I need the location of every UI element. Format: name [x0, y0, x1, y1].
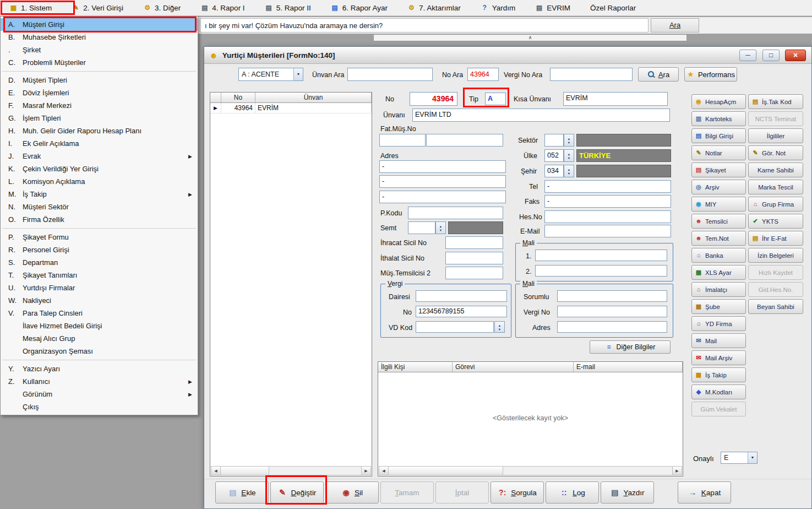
scroll-right-icon[interactable]: ▶ — [361, 467, 370, 475]
no-ara-input[interactable] — [467, 68, 499, 81]
dropdown-arrow-icon[interactable]: ▼ — [748, 452, 757, 463]
sektor-spinner[interactable]: ▴ ▾ — [564, 134, 574, 147]
search-ara-button[interactable]: Ara — [651, 18, 699, 33]
close-button[interactable]: × — [785, 50, 806, 61]
menubar-item-3-di-er[interactable]: ⚙3. Diğer — [137, 0, 187, 16]
unvan-column-header[interactable]: Ünvan — [255, 93, 372, 102]
scrollbar-thumb[interactable] — [389, 467, 503, 475]
collapse-strip[interactable]: ∧ — [373, 34, 687, 41]
ithalat-sicil-field[interactable] — [445, 252, 503, 264]
side-button-kartoteks[interactable]: ▥Kartoteks — [691, 111, 746, 126]
side-button-i-takip[interactable]: ▦İş Takip — [691, 367, 746, 382]
menu-item-mesaj-al-c-grup[interactable]: Mesaj Alıcı Grup — [1, 332, 198, 345]
dropdown-arrow-icon[interactable]: ▼ — [293, 68, 303, 80]
email-column-header[interactable]: E-mail — [574, 362, 683, 372]
menubar-item-6-rapor-ayar[interactable]: ▤6. Rapor Ayar — [325, 0, 394, 16]
side-button-i-malat[interactable]: ⌂İmalatçı — [691, 282, 746, 297]
menu-item-nakliyeci[interactable]: W.Nakliyeci — [1, 294, 198, 307]
menu-item-kullan-c[interactable]: Z.Kullanıcı▶ — [1, 375, 198, 388]
side-button-notlar[interactable]: ✎Notlar — [691, 145, 746, 160]
side-button-i-lgililer[interactable]: İlgililer — [748, 128, 803, 143]
scroll-left-icon[interactable]: ◀ — [211, 467, 221, 475]
menubar-item-4-rapor-i[interactable]: ▤4. Rapor I — [194, 0, 250, 16]
menu-item-i-lem-tipleri[interactable]: G.İşlem Tipleri — [1, 112, 198, 124]
side-button-tem-not[interactable]: ☻Tem.Not — [691, 231, 746, 246]
results-grid-row[interactable]: ▶ 43964 EVRİM — [210, 103, 372, 113]
adres-field-2[interactable]: - — [379, 175, 506, 188]
no-column-header[interactable]: No — [221, 93, 255, 102]
diger-bilgiler-button[interactable]: ≡ Diğer Bilgiler — [590, 340, 671, 354]
side-button-bilgi-giri-i[interactable]: ▤Bilgi Girişi — [691, 128, 746, 143]
adres-field-3[interactable]: - — [379, 191, 506, 203]
menubar-item-yard-m[interactable]: ?Yardım — [475, 0, 522, 16]
scroll-right-icon[interactable]: ▶ — [672, 467, 682, 475]
menu-item-g-r-n-m[interactable]: Görünüm▶ — [1, 388, 198, 400]
button-kapat[interactable]: →Kapat — [678, 481, 731, 503]
side-button-m-kodlar[interactable]: ◆M.Kodları — [691, 385, 746, 399]
menu-item-m-teri-sekt-r[interactable]: N.Müşteri Sektör — [1, 201, 198, 213]
vergi-dairesi-field[interactable] — [416, 290, 507, 302]
button-de-i-tir[interactable]: ✎Değiştir — [270, 481, 324, 503]
button-yazd-r[interactable]: ▤Yazdır — [601, 481, 654, 503]
minimize-button[interactable]: ─ — [739, 50, 756, 61]
marker-column-header[interactable] — [210, 93, 221, 102]
menu-item-muhasebe-irketleri[interactable]: B.Muhasebe Şirketleri — [1, 31, 198, 44]
menu-item-departman[interactable]: S.Departman — [1, 256, 198, 269]
menu-item-komisyon-a-klama[interactable]: L.Komisyon Açıklama — [1, 175, 198, 188]
kisa-unvani-field[interactable]: EVRİM — [563, 92, 668, 106]
menu-item-muh-gelir-gider-raporu-hesap-plan[interactable]: H.Muh. Gelir Gider Raporu Hesap Planı — [1, 124, 198, 137]
side-button-ikayet[interactable]: ▤Şikayet — [691, 163, 746, 177]
menu-item-personel-giri-i[interactable]: R.Personel Girişi — [1, 243, 198, 256]
button-sil[interactable]: ◉Sil — [325, 481, 379, 503]
mali-row1-field[interactable] — [535, 250, 667, 261]
contacts-grid-hscrollbar[interactable]: ◀ ▶ — [379, 466, 682, 475]
ulke-field[interactable]: 052 — [544, 149, 564, 162]
gorevi-column-header[interactable]: Görevi — [453, 362, 574, 372]
titlebar[interactable]: ☻ Yurtiçi Müşterileri [FormNo:140] ─ □ × — [204, 47, 811, 64]
side-button-miy[interactable]: ◉MIY — [691, 197, 746, 212]
scrollbar-track[interactable] — [503, 467, 672, 475]
menubar-item-zel-raporlar[interactable]: Özel Raporlar — [584, 0, 642, 16]
menubar-item-evrim[interactable]: ▤EVRIM — [529, 0, 576, 16]
side-button-banka[interactable]: ⌂Banka — [691, 248, 746, 263]
unvani-field[interactable]: EVRİM LTD — [412, 109, 670, 122]
menu-item-ikayet-tan-mlar[interactable]: T.Şikayet Tanımları — [1, 269, 198, 281]
side-button-ykts[interactable]: ✔YKTS — [748, 214, 803, 229]
solution-pool-search-input[interactable] — [200, 18, 648, 33]
button-ekle[interactable]: ▤Ekle — [215, 481, 269, 503]
vergi-no-field[interactable]: 123456789155 — [416, 306, 507, 317]
no-field[interactable]: 43964 — [410, 92, 457, 106]
vergi-no-ara-input[interactable] — [550, 68, 633, 81]
fat-mus-no-field1[interactable] — [379, 134, 426, 147]
mali-vergi-no-field[interactable] — [557, 306, 667, 317]
side-button-g-r-not[interactable]: ✎Gör. Not — [748, 145, 803, 160]
side-button-karne-sahibi[interactable]: Karne Sahibi — [748, 163, 803, 177]
button-sorgula[interactable]: ?:Sorgula — [491, 481, 544, 503]
semt-field[interactable] — [408, 221, 435, 234]
menubar-item-1-sistem[interactable]: ▦1. Sistem — [3, 0, 58, 16]
semt-spinner[interactable]: ▴ ▾ — [435, 221, 446, 234]
mali-adres-field[interactable] — [557, 321, 667, 333]
menu-item-i-lave-hizmet-bedeli-giri-i[interactable]: İlave Hizmet Bedeli Girişi — [1, 320, 198, 332]
menu-item-ekin-verildi-i-yer-giri-i[interactable]: K.Çekin Verildiği Yer Girişi — [1, 163, 198, 175]
menubar-item-7-aktar-mlar[interactable]: ⚙7. Aktarımlar — [401, 0, 467, 16]
side-button-i-tak-kod[interactable]: ▤İş.Tak Kod — [748, 94, 803, 109]
menu-item-i-takip[interactable]: M.İş Takip▶ — [1, 188, 198, 201]
menu-item-evrak[interactable]: J.Evrak▶ — [1, 150, 198, 163]
vd-kod-field[interactable] — [416, 321, 494, 333]
side-button-i-zin-belgeleri[interactable]: İzin Belgeleri — [748, 248, 803, 263]
ulke-spinner[interactable]: ▴ ▾ — [564, 149, 574, 162]
email-field[interactable] — [544, 225, 671, 237]
customer-type-combo[interactable]: A : ACENTE ▼ — [238, 68, 303, 81]
tip-field[interactable]: A — [485, 93, 506, 105]
side-button-grup-firma[interactable]: ⌂Grup Firma — [748, 197, 803, 212]
side-button-hesapa-m[interactable]: ◉HesapAçm — [691, 94, 746, 109]
mus-temsilcisi2-field[interactable] — [445, 267, 503, 279]
ilgili-kisi-column-header[interactable]: İlgili Kişi — [378, 362, 453, 372]
menu-item-m-teri-giri-i[interactable]: A.Müşteri Girişi — [1, 18, 198, 31]
side-button-mail-ar-iv[interactable]: ✉Mail Arşiv — [691, 350, 746, 365]
sektor-field[interactable] — [544, 134, 564, 147]
side-button-marka-tescil[interactable]: Marka Tescil — [748, 180, 803, 194]
scrollbar-thumb[interactable] — [221, 467, 269, 475]
menu-item-firma-zellik[interactable]: O.Firma Özellik — [1, 213, 198, 226]
